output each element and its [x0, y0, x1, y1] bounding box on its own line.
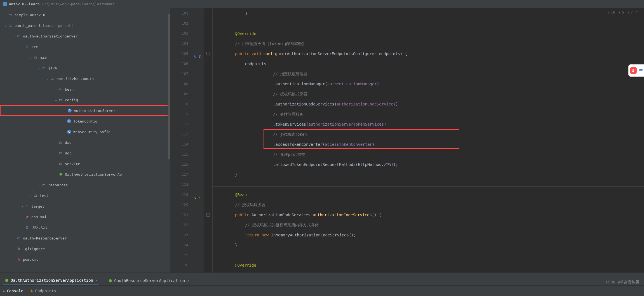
line-number[interactable]: 122: [171, 220, 188, 230]
line-number[interactable]: 107: [171, 69, 188, 79]
project-name[interactable]: auth2.0--learn: [9, 2, 40, 6]
tree-item-oauth-resourceserver[interactable]: ›🗀oauth-ResourceServer: [0, 233, 170, 243]
tree-arrow-closed-icon[interactable]: ›: [54, 88, 58, 91]
line-number[interactable]: 112: [171, 119, 188, 129]
ime-logo-icon[interactable]: S: [630, 67, 637, 74]
line-number[interactable]: 101: [171, 8, 188, 18]
line-number[interactable]: 103: [171, 29, 188, 39]
tree-item-main[interactable]: ⌄🗀main: [0, 52, 170, 63]
tree-arrow-open-icon[interactable]: ⌄: [45, 77, 50, 81]
ime-lang[interactable]: 中: [639, 68, 643, 73]
code-line[interactable]: [213, 180, 644, 190]
line-number[interactable]: 102: [171, 18, 188, 29]
line-number[interactable]: 121: [171, 210, 188, 220]
code-line[interactable]: // 授权码服务器: [213, 200, 644, 210]
line-number[interactable]: 110: [171, 99, 188, 109]
tree-arrow-open-icon[interactable]: ⌄: [20, 45, 25, 49]
bottom-tool-tabs[interactable]: ▶Console⋔Endpoints: [0, 285, 644, 296]
line-number[interactable]: 118: [171, 180, 188, 190]
gutter-icons[interactable]: ↳@↘↖: [193, 8, 204, 272]
tree-arrow-open-icon[interactable]: ⌄: [54, 98, 58, 102]
line-number[interactable]: 116: [171, 159, 188, 170]
code-line[interactable]: // 授权码模式的授权码采用内存方式存储: [213, 220, 644, 230]
fold-gutter[interactable]: --: [204, 8, 213, 272]
tree-item-websecurityconfig[interactable]: ·CWebSecurityConfig: [0, 126, 170, 137]
code-line[interactable]: .authenticationManager(authenticationMan…: [213, 79, 644, 89]
tree-item-src[interactable]: ⌄🗀src: [0, 41, 170, 52]
line-number[interactable]: 126: [171, 260, 188, 270]
tree-item-oauth-authorizationserver[interactable]: ⌄🗀oauth-authorizationServer: [0, 31, 170, 41]
code-line[interactable]: .authorizationCodeServices(authorization…: [213, 99, 644, 109]
ime-widget[interactable]: S 中: [628, 64, 644, 77]
tree-arrow-open-icon[interactable]: ⌄: [37, 66, 41, 70]
tree-arrow-open-icon[interactable]: ⌄: [29, 56, 33, 59]
line-number-gutter[interactable]: 1011021031041051061071081091101111121131…: [171, 8, 193, 272]
tree-arrow-closed-icon[interactable]: ›: [54, 141, 58, 144]
run-tab-oauthresourceserverapplication[interactable]: ⬢OauthResourceServerApplication✕: [107, 276, 191, 285]
tree-item-pom-xml[interactable]: ·mpom.xml: [0, 254, 170, 265]
line-number[interactable]: 109: [171, 89, 188, 99]
code-line[interactable]: @Override: [213, 29, 644, 39]
code-line[interactable]: }: [213, 240, 644, 250]
tree-arrow-open-icon[interactable]: ⌄: [3, 24, 8, 27]
code-line[interactable]: .allowedTokenEndpointRequestMethods(Http…: [213, 159, 644, 170]
tree-arrow-closed-icon[interactable]: ›: [12, 236, 16, 240]
line-number[interactable]: 104: [171, 39, 188, 49]
code-line[interactable]: endpoints: [213, 59, 644, 69]
editor[interactable]: ⚠16 ⚠5 ⚠7 ^ 1011021031041051061071081091…: [171, 8, 644, 272]
tree-item-bean[interactable]: ›🗀bean: [0, 84, 170, 95]
tree-arrow-closed-icon[interactable]: ›: [54, 162, 58, 166]
code-line[interactable]: .tokenServices(authorizationServerTokenS…: [213, 119, 644, 129]
tree-item-doc[interactable]: ›🗀doc: [0, 148, 170, 158]
tree-item-resources[interactable]: ›🗀resources: [0, 180, 170, 190]
code-line[interactable]: @Override: [213, 260, 644, 270]
line-number[interactable]: 114: [171, 139, 188, 149]
code-line[interactable]: // 用来配置令牌（token）的访问端点: [213, 39, 644, 49]
tree-item-config[interactable]: ⌄🗀config: [0, 95, 170, 105]
tree-item-java[interactable]: ⌄🗀java: [0, 63, 170, 73]
tree-item--txt[interactable]: ·🗎说明.txt: [0, 222, 170, 233]
line-number[interactable]: 125: [171, 250, 188, 260]
tree-item-authorizationserver[interactable]: ·CAuthorizationServer: [0, 105, 170, 116]
tree-scrollbar[interactable]: [168, 8, 170, 272]
code-line[interactable]: public AuthorizationCodeServices authori…: [213, 210, 644, 220]
code-line[interactable]: return new InMemoryAuthorizationCodeServ…: [213, 230, 644, 240]
tree-item-target[interactable]: ›🗀target: [0, 201, 170, 212]
line-number[interactable]: 106: [171, 59, 188, 69]
fold-toggle-icon[interactable]: -: [206, 52, 210, 55]
line-number[interactable]: 108: [171, 79, 188, 89]
tree-scrollbar-thumb[interactable]: [168, 14, 170, 159]
line-number[interactable]: 105: [171, 49, 188, 59]
code-line[interactable]: }: [213, 8, 644, 18]
line-number[interactable]: 119: [171, 190, 188, 200]
tree-arrow-closed-icon[interactable]: ›: [20, 205, 25, 208]
code-line[interactable]: // 允许post提交: [213, 149, 644, 159]
tree-item-oauthauthorizationserverap[interactable]: ·⬢OauthAuthorizationServerAp: [0, 169, 170, 180]
code-area[interactable]: }@Override// 用来配置令牌（token）的访问端点public vo…: [213, 8, 644, 272]
tree-item-simple-auth2-0[interactable]: ·🗀simple-auth2.0: [0, 10, 170, 20]
code-line[interactable]: [213, 18, 644, 29]
tree-arrow-closed-icon[interactable]: ›: [29, 194, 33, 198]
tree-item-test[interactable]: ›🗀test: [0, 190, 170, 201]
code-line[interactable]: // 令牌管理服务: [213, 109, 644, 119]
project-tree[interactable]: ·🗀simple-auth2.0⌄🗀oauth_parent[oauth-par…: [0, 8, 171, 272]
code-line[interactable]: public void configure(AuthorizationServe…: [213, 49, 644, 59]
run-tab-oauthauthorizationserverapplication[interactable]: ⬢OauthAuthorizationServerApplication✕: [3, 276, 99, 285]
line-number[interactable]: 120: [171, 200, 188, 210]
fold-toggle-icon[interactable]: -: [206, 213, 210, 217]
bottom-tab-endpoints[interactable]: ⋔Endpoints: [30, 289, 56, 293]
line-number[interactable]: 117: [171, 170, 188, 180]
run-config-tabs[interactable]: ⬢OauthAuthorizationServerApplication✕⬢Oa…: [0, 272, 644, 285]
tree-item-pom-xml[interactable]: ·mpom.xml: [0, 212, 170, 222]
close-icon[interactable]: ✕: [95, 278, 97, 282]
tree-item-com-feizhou-oauth[interactable]: ⌄🗀com.feizhou.oauth: [0, 73, 170, 84]
line-number[interactable]: 124: [171, 240, 188, 250]
tree-item-oauth-parent[interactable]: ⌄🗀oauth_parent[oauth-parent]: [0, 20, 170, 31]
line-number[interactable]: 115: [171, 149, 188, 159]
bottom-tab-console[interactable]: ▶Console: [3, 289, 23, 293]
code-line[interactable]: [213, 250, 644, 260]
line-number[interactable]: 113: [171, 129, 188, 139]
line-number[interactable]: 111: [171, 109, 188, 119]
tree-arrow-open-icon[interactable]: ⌄: [12, 34, 16, 38]
code-line[interactable]: }: [213, 170, 644, 180]
